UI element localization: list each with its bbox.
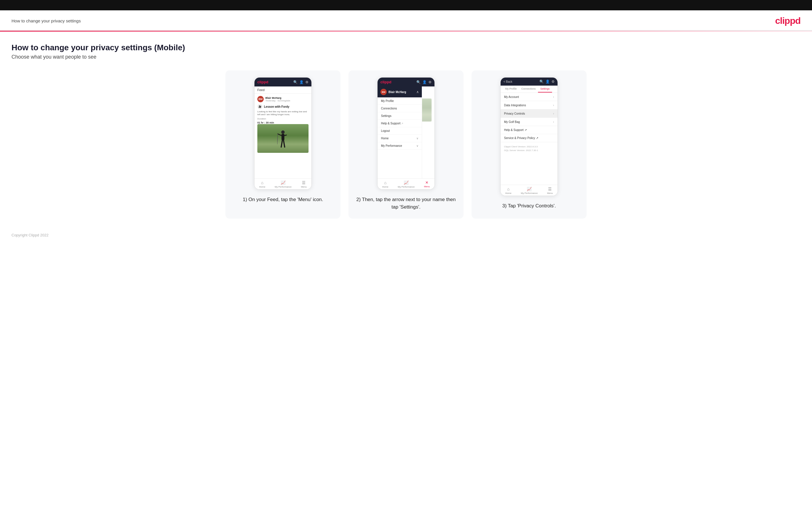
step1-duration-label: Duration [257,117,308,120]
step1-feed-tab: Feed [254,87,311,94]
step2-performance-arrow: ∨ [416,144,418,147]
page-subheading: Choose what you want people to see [11,54,801,60]
step3-bottom-bar: ⌂ Home 📈 My Performance ☰ Menu [501,185,558,195]
header: How to change your privacy settings clip… [0,10,812,31]
step1-performance-btn: 📈 My Performance [274,180,292,188]
step1-home-icon: ⌂ [261,180,263,185]
step-3-phone: < Back 🔍 👤 ⚙ My Profile Connections Sett… [500,77,558,196]
step2-connections-item[interactable]: Connections [377,105,422,112]
footer: Copyright Clippd 2022 [0,227,812,243]
page-heading: How to change your privacy settings (Mob… [11,43,801,52]
step2-myprofile-item[interactable]: My Profile [377,97,422,105]
step2-nav-logo: clippd [380,80,391,84]
step1-lesson-icon: 🎥 [257,104,262,109]
step3-version-info: Clippd Client Version: 2022.8.3-3 GQL Se… [501,142,558,155]
svg-rect-1 [282,134,285,140]
step1-menu-btn[interactable]: ☰ Menu [301,180,307,188]
step3-mygolfbag-chevron: › [553,120,554,123]
step3-myaccount-chevron: › [553,95,554,99]
step1-home-btn: ⌂ Home [259,180,265,188]
step1-menu-icon: ☰ [302,180,306,185]
step2-performance-label: My Performance [381,144,402,147]
step3-dataintegrations-item[interactable]: Data Integrations › [501,101,558,109]
svg-line-5 [284,140,285,147]
step2-home-btn: ⌂ Home [382,180,388,188]
step1-user-sub: Yesterday · Sunningdale [265,99,290,102]
step3-dataintegrations-label: Data Integrations [504,104,526,107]
step3-home-btn: ⌂ Home [505,187,511,194]
step1-post-header: BM Blair McHarg Yesterday · Sunningdale [257,96,308,102]
step3-settings-content: My Account › Data Integrations › Privacy… [501,93,558,185]
step3-serviceprivacy-label: Service & Privacy Policy ↗ [504,136,538,139]
step1-nav-bar: clippd 🔍 👤 ⚙ [254,77,311,87]
step2-bottom-bar: ⌂ Home 📈 My Performance ✕ Menu [377,178,435,189]
step1-avatar: BM [257,96,264,102]
step2-menu-arrow[interactable]: ∧ [416,90,419,94]
step2-home-label: Home [382,185,388,188]
step2-user-icon: 👤 [422,80,427,84]
svg-line-6 [277,134,278,144]
step2-menu-avatar: BM [380,89,387,95]
svg-line-3 [285,135,287,135]
step3-user-icon: 👤 [546,79,550,83]
step3-menu-btn[interactable]: ☰ Menu [547,187,553,194]
step2-settings-item[interactable]: Settings [377,112,422,120]
step3-tab-myprofile[interactable]: My Profile [503,86,519,93]
step2-menu-user-left: BM Blair McHarg [380,89,406,95]
step-3-card: < Back 🔍 👤 ⚙ My Profile Connections Sett… [471,70,587,219]
step3-nav-icons: 🔍 👤 ⚙ [540,79,555,83]
step3-tab-settings[interactable]: Settings [538,86,552,93]
step3-serviceprivacy-item[interactable]: Service & Privacy Policy ↗ [501,134,558,142]
step3-settings-icon: ⚙ [552,79,555,83]
step2-nav-bar: clippd 🔍 👤 ⚙ [377,77,435,87]
top-bar [0,0,812,10]
step3-tab-connections[interactable]: Connections [519,86,538,93]
step-2-caption: 2) Then, tap the arrow next to your name… [355,196,457,211]
step3-back-btn[interactable]: < Back [504,80,512,83]
step2-performance-section[interactable]: My Performance ∨ [377,142,422,150]
breadcrumb: How to change your privacy settings [11,18,81,23]
step2-performance-label: My Performance [398,185,415,188]
step3-privacycontrols-chevron: › [553,112,554,115]
step1-nav-icons: 🔍 👤 ⚙ [293,80,308,84]
step3-mygolfbag-item[interactable]: My Golf Bag › [501,118,558,126]
step1-lesson-title: Lesson with Fordy [264,105,289,108]
step2-close-btn[interactable]: ✕ Menu [424,180,430,188]
step2-home-section[interactable]: Home ∨ [377,135,422,142]
svg-line-2 [278,134,282,135]
step3-myaccount-item[interactable]: My Account › [501,93,558,101]
step1-nav-logo: clippd [257,80,268,84]
step2-logout-item[interactable]: Logout [377,127,422,135]
step2-nav-icons: 🔍 👤 ⚙ [416,80,432,84]
step2-home-label: Home [381,137,389,140]
step1-user-name: Blair McHarg [265,97,290,99]
step1-performance-icon: 📈 [281,180,286,185]
step3-client-version: Clippd Client Version: 2022.8.3-3 [504,145,554,149]
golfer-svg [277,130,289,153]
svg-line-4 [281,140,283,147]
step1-user-info: Blair McHarg Yesterday · Sunningdale [265,97,290,102]
step2-menu-user-row: BM Blair McHarg ∧ [377,87,422,97]
svg-point-0 [281,130,285,134]
step1-lesson-desc: Looking to feel like my hands are exitin… [257,110,308,116]
step2-helpsupport-item[interactable]: Help & Support [377,120,422,127]
step1-search-icon: 🔍 [293,80,298,84]
step1-feed-post: BM Blair McHarg Yesterday · Sunningdale … [254,94,311,155]
step2-search-icon: 🔍 [416,80,421,84]
step3-myaccount-label: My Account [504,95,519,99]
step1-content: Feed BM Blair McHarg Yesterday · Sunning… [254,87,311,178]
step2-home-icon: ⌂ [384,180,387,185]
step1-menu-label: Menu [301,185,307,188]
copyright-text: Copyright Clippd 2022 [11,233,49,237]
step-1-card: clippd 🔍 👤 ⚙ Feed BM Blair McHarg [225,70,341,219]
step1-settings-icon: ⚙ [305,80,308,84]
step3-helpsupport-item[interactable]: Help & Support ↗ [501,126,558,134]
main-content: How to change your privacy settings (Mob… [0,32,812,227]
step3-performance-btn: 📈 My Performance [521,187,538,194]
step3-privacycontrols-item[interactable]: Privacy Controls › [501,109,558,118]
step1-bottom-bar: ⌂ Home 📈 My Performance ☰ Menu [254,178,311,189]
step3-performance-icon: 📈 [527,187,531,191]
step1-golf-image [257,124,308,153]
step3-privacycontrols-label: Privacy Controls [504,112,525,115]
step2-performance-btn: 📈 My Performance [398,180,415,188]
